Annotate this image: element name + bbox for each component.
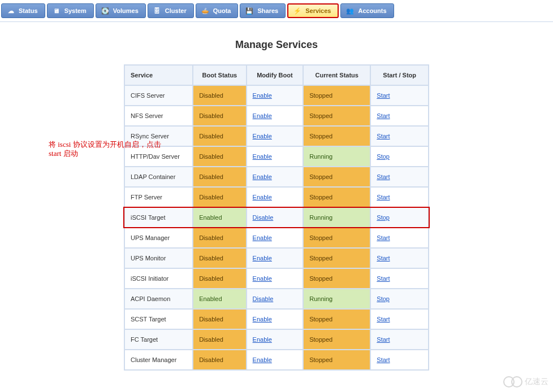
tab-shares[interactable]: 💾Shares [240, 3, 286, 18]
table-row: FTP ServerDisabledEnableStoppedStart [124, 187, 429, 207]
cluster-icon: 🗄 [153, 6, 162, 15]
tab-label: Cluster [165, 7, 187, 14]
current-status: Stopped [303, 106, 370, 126]
shares-icon: 💾 [245, 6, 254, 15]
boot-status: Disabled [193, 350, 246, 370]
table-row: SCST TargetDisabledEnableStoppedStart [124, 309, 429, 329]
current-status: Running [303, 207, 370, 228]
volumes-icon: 💽 [101, 6, 110, 15]
startstop-link[interactable]: Stop [377, 295, 390, 302]
tab-label: Quota [213, 7, 231, 14]
tab-cluster[interactable]: 🗄Cluster [148, 3, 194, 18]
page-title: Manage Services [0, 39, 553, 51]
table-row: FC TargetDisabledEnableStoppedStart [124, 329, 429, 350]
tab-services[interactable]: ⚡Services [287, 3, 339, 18]
action-cell: Start [370, 329, 429, 350]
tab-label: Shares [257, 7, 278, 14]
service-name: iSCSI Initiator [124, 268, 193, 289]
modify-boot-link[interactable]: Enable [253, 316, 272, 323]
modify-boot-link[interactable]: Enable [253, 92, 272, 99]
startstop-link[interactable]: Start [377, 173, 390, 180]
modify-boot-link[interactable]: Disable [253, 295, 274, 302]
modify-boot-link[interactable]: Disable [253, 214, 274, 221]
action-cell: Start [370, 106, 429, 126]
table-row: LDAP ContainerDisabledEnableStoppedStart [124, 167, 429, 187]
tab-label: Accounts [358, 7, 386, 14]
col-boot: Boot Status [193, 65, 246, 85]
modify-boot-link[interactable]: Enable [253, 153, 272, 160]
current-status: Stopped [303, 329, 370, 350]
service-name: UPS Manager [124, 228, 193, 248]
startstop-link[interactable]: Start [377, 112, 390, 119]
tab-accounts[interactable]: 👥Accounts [340, 3, 394, 18]
modify-boot-cell: Enable [247, 146, 304, 167]
current-status: Stopped [303, 85, 370, 106]
modify-boot-cell: Enable [247, 248, 304, 268]
service-name: ACPI Daemon [124, 289, 193, 309]
table-row: UPS MonitorDisabledEnableStoppedStart [124, 248, 429, 268]
service-name: iSCSI Target [124, 207, 193, 228]
modify-boot-link[interactable]: Enable [253, 356, 272, 363]
current-status: Running [303, 146, 370, 167]
col-modify: Modify Boot [247, 65, 304, 85]
tab-volumes[interactable]: 💽Volumes [96, 3, 146, 18]
system-icon: 🖥 [52, 6, 61, 15]
modify-boot-cell: Disable [247, 289, 304, 309]
status-icon: ☁ [6, 6, 15, 15]
startstop-link[interactable]: Start [377, 133, 390, 140]
startstop-link[interactable]: Start [377, 316, 390, 323]
modify-boot-link[interactable]: Enable [253, 112, 272, 119]
startstop-link[interactable]: Start [377, 234, 390, 241]
current-status: Stopped [303, 309, 370, 329]
tab-system[interactable]: 🖥System [47, 3, 94, 18]
boot-status: Disabled [193, 309, 246, 329]
startstop-link[interactable]: Start [377, 255, 390, 262]
modify-boot-link[interactable]: Enable [253, 133, 272, 140]
tab-quota[interactable]: 🥧Quota [196, 3, 239, 18]
table-row: CIFS ServerDisabledEnableStoppedStart [124, 85, 429, 106]
modify-boot-link[interactable]: Enable [253, 336, 272, 343]
watermark: 亿速云 [503, 376, 548, 387]
boot-status: Disabled [193, 106, 246, 126]
startstop-link[interactable]: Start [377, 194, 390, 201]
modify-boot-cell: Enable [247, 309, 304, 329]
modify-boot-cell: Enable [247, 106, 304, 126]
boot-status: Enabled [193, 207, 246, 228]
boot-status: Disabled [193, 126, 246, 146]
modify-boot-link[interactable]: Enable [253, 173, 272, 180]
annotation-text: 将 iscsi 协议设置为开机自启，点击 start 启动 [49, 140, 173, 158]
modify-boot-cell: Enable [247, 329, 304, 350]
action-cell: Start [370, 167, 429, 187]
action-cell: Start [370, 248, 429, 268]
col-service: Service [124, 65, 193, 85]
startstop-link[interactable]: Start [377, 356, 390, 363]
startstop-link[interactable]: Stop [377, 214, 390, 221]
action-cell: Start [370, 126, 429, 146]
action-cell: Start [370, 85, 429, 106]
boot-status: Disabled [193, 268, 246, 289]
current-status: Stopped [303, 350, 370, 370]
startstop-link[interactable]: Stop [377, 153, 390, 160]
action-cell: Start [370, 187, 429, 207]
modify-boot-link[interactable]: Enable [253, 255, 272, 262]
table-row: Cluster ManagerDisabledEnableStoppedStar… [124, 350, 429, 370]
modify-boot-cell: Enable [247, 228, 304, 248]
startstop-link[interactable]: Start [377, 275, 390, 282]
boot-status: Disabled [193, 146, 246, 167]
modify-boot-link[interactable]: Enable [253, 194, 272, 201]
startstop-link[interactable]: Start [377, 92, 390, 99]
service-name: NFS Server [124, 106, 193, 126]
boot-status: Disabled [193, 167, 246, 187]
modify-boot-cell: Enable [247, 126, 304, 146]
tab-label: Volumes [113, 7, 139, 14]
tab-status[interactable]: ☁Status [1, 3, 45, 18]
service-name: SCST Target [124, 309, 193, 329]
startstop-link[interactable]: Start [377, 336, 390, 343]
service-name: FTP Server [124, 187, 193, 207]
boot-status: Disabled [193, 329, 246, 350]
boot-status: Enabled [193, 289, 246, 309]
modify-boot-link[interactable]: Enable [253, 275, 272, 282]
modify-boot-link[interactable]: Enable [253, 234, 272, 241]
quota-icon: 🥧 [201, 6, 210, 15]
tab-label: Status [19, 7, 38, 14]
